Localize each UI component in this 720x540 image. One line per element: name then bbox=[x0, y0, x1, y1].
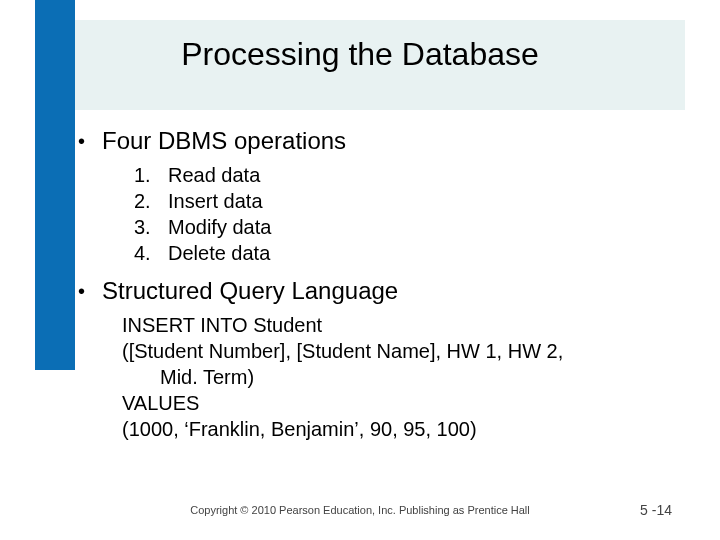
list-text: Modify data bbox=[168, 214, 271, 240]
dbms-operations-list: 1. Read data 2. Insert data 3. Modify da… bbox=[134, 162, 685, 266]
list-number: 3. bbox=[134, 214, 168, 240]
copyright-footer: Copyright © 2010 Pearson Education, Inc.… bbox=[0, 504, 720, 516]
list-text: Read data bbox=[168, 162, 260, 188]
list-text: Delete data bbox=[168, 240, 270, 266]
sql-line: INSERT INTO Student bbox=[122, 312, 685, 338]
sql-line: ([Student Number], [Student Name], HW 1,… bbox=[122, 338, 685, 364]
sql-line: (1000, ‘Franklin, Benjamin’, 90, 95, 100… bbox=[122, 416, 685, 442]
page-number: 5 -14 bbox=[640, 502, 672, 518]
bullet-text: Four DBMS operations bbox=[102, 126, 685, 156]
sql-line: VALUES bbox=[122, 390, 685, 416]
content-area: • Four DBMS operations 1. Read data 2. I… bbox=[78, 126, 685, 442]
list-item: 4. Delete data bbox=[134, 240, 685, 266]
list-number: 4. bbox=[134, 240, 168, 266]
slide-title: Processing the Database bbox=[0, 36, 720, 73]
list-number: 2. bbox=[134, 188, 168, 214]
sql-line: Mid. Term) bbox=[122, 364, 685, 390]
list-item: 1. Read data bbox=[134, 162, 685, 188]
bullet-item: • Structured Query Language bbox=[78, 276, 685, 306]
bullet-icon: • bbox=[78, 276, 102, 306]
list-item: 2. Insert data bbox=[134, 188, 685, 214]
list-number: 1. bbox=[134, 162, 168, 188]
bullet-icon: • bbox=[78, 126, 102, 156]
sql-example: INSERT INTO Student ([Student Number], [… bbox=[122, 312, 685, 442]
bullet-item: • Four DBMS operations bbox=[78, 126, 685, 156]
bullet-text: Structured Query Language bbox=[102, 276, 685, 306]
slide: Processing the Database • Four DBMS oper… bbox=[0, 0, 720, 540]
list-item: 3. Modify data bbox=[134, 214, 685, 240]
list-text: Insert data bbox=[168, 188, 263, 214]
